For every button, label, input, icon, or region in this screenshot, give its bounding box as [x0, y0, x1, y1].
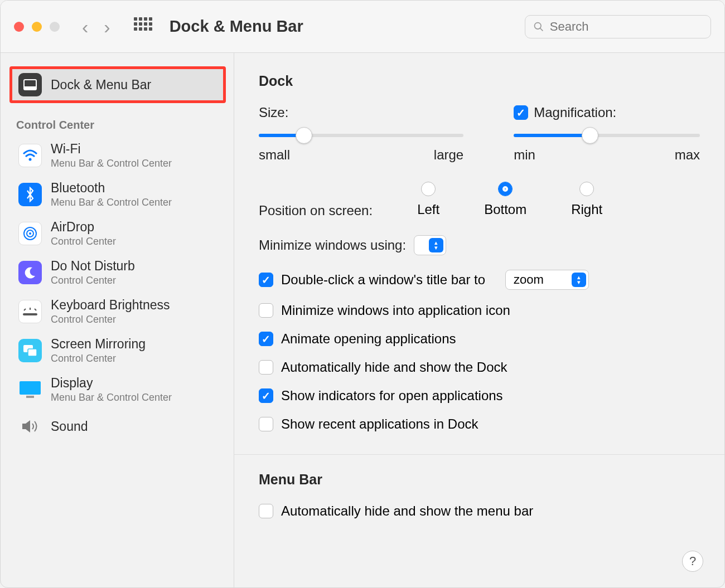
sidebar-item-label: Wi-Fi: [51, 142, 172, 157]
sidebar-item-label: AirDrop: [51, 220, 116, 235]
sidebar-item-screen-mirroring[interactable]: Screen Mirroring Control Center: [1, 331, 234, 370]
sidebar-item-label: Display: [51, 376, 172, 391]
search-input[interactable]: [550, 20, 703, 34]
menubar-opt-label: Automatically hide and show the menu bar: [281, 503, 533, 519]
size-max-label: large: [434, 147, 463, 163]
dblclick-action-select[interactable]: zoom: [505, 270, 589, 290]
window-controls: [14, 22, 60, 32]
sidebar-item-sublabel: Menu Bar & Control Center: [51, 392, 172, 404]
forward-button: ›: [104, 17, 110, 36]
sidebar-item-label: Screen Mirroring: [51, 337, 146, 352]
show-recent-apps-checkbox[interactable]: [259, 417, 273, 431]
svg-point-7: [29, 232, 31, 235]
svg-line-10: [35, 309, 36, 310]
sidebar-item-sublabel: Control Center: [51, 353, 146, 365]
position-label: Position on screen:: [259, 203, 373, 218]
position-left-label: Left: [417, 202, 439, 217]
sidebar-item-label: Dock & Menu Bar: [51, 77, 151, 93]
dblclick-action-value: zoom: [514, 273, 544, 287]
sidebar-section-header: Control Center: [1, 106, 234, 136]
display-icon: [18, 378, 42, 401]
dblclick-label: Double-click a window's title bar to: [281, 272, 485, 288]
airdrop-icon: [18, 222, 42, 245]
dock-menubar-icon: [18, 73, 42, 96]
opt-label: Animate opening applications: [281, 331, 456, 347]
content-pane: Dock Size: small large Magnification:: [234, 53, 724, 587]
search-icon: [533, 21, 544, 33]
sidebar-item-sound[interactable]: Sound: [1, 409, 234, 444]
divider: [234, 454, 724, 455]
show-indicators-checkbox[interactable]: [259, 388, 273, 403]
moon-icon: [18, 261, 42, 284]
sidebar[interactable]: Dock & Menu Bar Control Center Wi-Fi Men…: [1, 53, 234, 587]
menubar-header: Menu Bar: [259, 472, 700, 488]
minimize-using-select[interactable]: [414, 235, 446, 255]
sidebar-item-display[interactable]: Display Menu Bar & Control Center: [1, 370, 234, 409]
sidebar-item-wifi[interactable]: Wi-Fi Menu Bar & Control Center: [1, 136, 234, 175]
sidebar-item-sublabel: Menu Bar & Control Center: [51, 197, 172, 208]
size-min-label: small: [259, 147, 290, 163]
screen-mirroring-icon: [18, 339, 42, 362]
svg-rect-14: [20, 381, 41, 395]
animate-opening-checkbox[interactable]: [259, 332, 273, 346]
svg-line-1: [540, 28, 543, 31]
svg-line-8: [24, 309, 26, 310]
select-arrows-icon: [572, 273, 586, 287]
sidebar-item-dock-menubar[interactable]: Dock & Menu Bar: [11, 67, 225, 102]
minimize-window[interactable]: [32, 22, 42, 32]
svg-point-0: [534, 22, 541, 29]
sidebar-item-kbd-brightness[interactable]: Keyboard Brightness Control Center: [1, 292, 234, 331]
select-arrows-icon: [429, 238, 443, 252]
svg-rect-13: [28, 349, 37, 356]
sidebar-item-label: Keyboard Brightness: [51, 298, 170, 313]
back-button[interactable]: ‹: [82, 17, 88, 36]
svg-rect-11: [23, 313, 37, 315]
svg-point-4: [29, 158, 32, 161]
titlebar: ‹ › Dock & Menu Bar: [1, 1, 724, 53]
minimize-using-label: Minimize windows using:: [259, 237, 406, 253]
minimize-into-icon-checkbox[interactable]: [259, 303, 273, 318]
speaker-icon: [18, 415, 42, 438]
size-slider[interactable]: [259, 134, 463, 137]
close-window[interactable]: [14, 22, 24, 32]
sidebar-item-sublabel: Menu Bar & Control Center: [51, 158, 172, 169]
autohide-menubar-checkbox[interactable]: [259, 504, 273, 518]
position-bottom-label: Bottom: [484, 202, 526, 217]
svg-rect-3: [24, 86, 36, 90]
keyboard-brightness-icon: [18, 300, 42, 323]
nav-arrows: ‹ ›: [82, 17, 110, 36]
sidebar-item-label: Sound: [51, 419, 88, 434]
position-right-label: Right: [571, 202, 602, 217]
sidebar-item-dnd[interactable]: Do Not Disturb Control Center: [1, 253, 234, 292]
svg-rect-15: [26, 396, 34, 398]
show-all-prefs-icon[interactable]: [134, 17, 153, 36]
mag-min-label: min: [514, 147, 535, 163]
sidebar-item-airdrop[interactable]: AirDrop Control Center: [1, 214, 234, 253]
help-button[interactable]: ?: [682, 551, 703, 572]
dblclick-checkbox[interactable]: [259, 273, 273, 287]
bluetooth-icon: [18, 183, 42, 206]
sidebar-item-sublabel: Control Center: [51, 275, 135, 286]
position-right-radio[interactable]: [579, 182, 594, 196]
search-field[interactable]: [525, 15, 711, 38]
opt-label: Automatically hide and show the Dock: [281, 359, 508, 375]
position-left-radio[interactable]: [421, 182, 436, 196]
magnification-slider[interactable]: [514, 134, 700, 137]
sidebar-item-sublabel: Control Center: [51, 314, 170, 325]
sidebar-item-bluetooth[interactable]: Bluetooth Menu Bar & Control Center: [1, 175, 234, 214]
size-label: Size:: [259, 105, 288, 120]
sidebar-item-label: Bluetooth: [51, 181, 172, 196]
autohide-dock-checkbox[interactable]: [259, 360, 273, 375]
wifi-icon: [18, 144, 42, 167]
opt-label: Show indicators for open applications: [281, 388, 503, 404]
dock-header: Dock: [259, 73, 700, 89]
window-title: Dock & Menu Bar: [170, 17, 525, 36]
opt-label: Show recent applications in Dock: [281, 416, 478, 432]
magnification-label: Magnification:: [534, 105, 616, 120]
sidebar-item-label: Do Not Disturb: [51, 259, 135, 274]
opt-label: Minimize windows into application icon: [281, 303, 510, 318]
mag-max-label: max: [675, 147, 700, 163]
magnification-checkbox[interactable]: [514, 105, 528, 120]
position-bottom-radio[interactable]: [498, 182, 513, 196]
zoom-window: [50, 22, 60, 32]
